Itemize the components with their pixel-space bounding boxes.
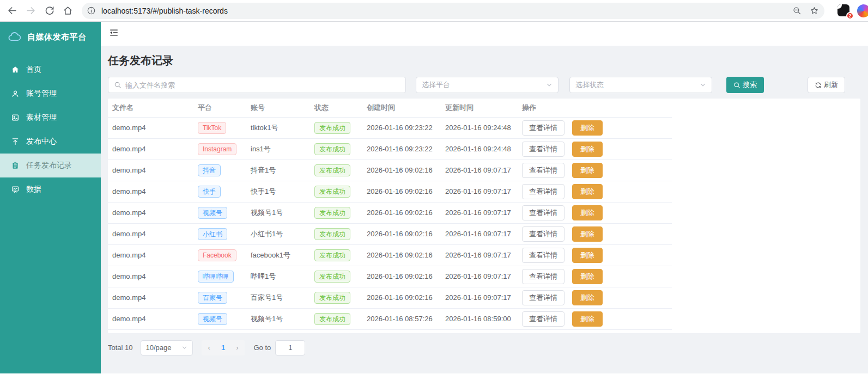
sidebar-item-label: 数据 (26, 185, 41, 194)
sidebar-item-materials[interactable]: 素材管理 (0, 106, 101, 130)
delete-button[interactable]: 删除 (572, 226, 603, 242)
delete-button[interactable]: 删除 (572, 205, 603, 220)
prev-page-button[interactable]: ‹ (203, 344, 216, 352)
status-select[interactable]: 选择状态 (569, 77, 712, 93)
forward-icon[interactable] (22, 2, 39, 20)
next-page-button[interactable]: › (230, 344, 244, 352)
extension-badge: 2 (846, 12, 854, 20)
page-number-1[interactable]: 1 (216, 344, 230, 352)
delete-button[interactable]: 删除 (572, 311, 603, 327)
cell-filename: demo.mp4 (108, 202, 193, 223)
site-info-icon[interactable] (84, 4, 98, 18)
cell-updated: 2026-01-16 08:59:00 (441, 308, 518, 329)
view-detail-button[interactable]: 查看详情 (522, 311, 564, 327)
goto-page-input[interactable] (275, 340, 305, 355)
cell-account: tiktok1号 (246, 117, 310, 138)
table-row: demo.mp4 百家号 百家号1号 发布成功 2026-01-16 09:02… (108, 287, 672, 308)
cell-filename: demo.mp4 (108, 181, 193, 202)
chevron-down-icon (700, 82, 706, 88)
platform-tag: Instagram (198, 143, 236, 155)
cell-account: 视频号1号 (246, 202, 310, 223)
view-detail-button[interactable]: 查看详情 (522, 142, 564, 157)
status-tag: 发布成功 (314, 164, 350, 176)
cell-created: 2026-01-16 09:02:16 (362, 160, 441, 181)
bookmark-star-icon[interactable] (807, 4, 821, 18)
view-detail-button[interactable]: 查看详情 (522, 290, 564, 305)
platform-select[interactable]: 选择平台 (416, 77, 559, 93)
status-tag: 发布成功 (314, 313, 350, 325)
cell-updated: 2026-01-16 09:24:48 (441, 138, 518, 160)
search-button[interactable]: 搜索 (726, 77, 764, 93)
cell-filename: demo.mp4 (108, 117, 193, 138)
table-row: demo.mp4 视频号 视频号1号 发布成功 2026-01-16 08:57… (108, 308, 672, 329)
zoom-out-icon[interactable] (790, 4, 804, 18)
view-detail-button[interactable]: 查看详情 (522, 184, 564, 199)
chevron-down-icon (546, 82, 553, 88)
table-row: demo.mp4 TikTok tiktok1号 发布成功 2026-01-16… (108, 117, 672, 138)
browser-profile-icon[interactable] (857, 4, 868, 17)
delete-button[interactable]: 删除 (572, 248, 603, 263)
sidebar-item-publish-center[interactable]: 发布中心 (0, 130, 101, 154)
refresh-button[interactable]: 刷新 (808, 77, 845, 93)
delete-button[interactable]: 删除 (572, 269, 603, 284)
data-board-icon (11, 185, 20, 194)
sidebar-item-home[interactable]: 首页 (0, 58, 101, 82)
delete-button[interactable]: 删除 (572, 163, 603, 178)
cell-account: 视频号1号 (246, 308, 310, 329)
records-table: 文件名 平台 账号 状态 创建时间 更新时间 操作 demo.mp4 TikTo… (108, 99, 672, 330)
sidebar-item-label: 素材管理 (26, 113, 57, 122)
sidebar-item-label: 首页 (26, 65, 41, 75)
delete-button[interactable]: 删除 (572, 142, 603, 157)
menu-fold-icon[interactable] (109, 28, 119, 40)
filename-search-input[interactable] (125, 81, 400, 89)
cell-filename: demo.mp4 (108, 244, 193, 266)
view-detail-button[interactable]: 查看详情 (522, 205, 564, 220)
cell-created: 2026-01-16 09:02:16 (362, 287, 441, 308)
cell-filename: demo.mp4 (108, 266, 193, 287)
cell-filename: demo.mp4 (108, 138, 193, 160)
view-detail-button[interactable]: 查看详情 (522, 226, 564, 242)
extension-icon[interactable]: 2 (837, 4, 851, 17)
url-text[interactable]: localhost:5173/#/publish-task-records (101, 7, 786, 15)
table-body: demo.mp4 TikTok tiktok1号 发布成功 2026-01-16… (108, 117, 672, 329)
col-created: 创建时间 (362, 99, 441, 117)
page-size-select[interactable]: 10/page (141, 340, 193, 355)
platform-select-placeholder: 选择平台 (422, 80, 450, 90)
status-tag: 发布成功 (314, 249, 350, 261)
col-filename: 文件名 (108, 99, 193, 117)
refresh-button-label: 刷新 (824, 80, 838, 90)
browser-chrome: localhost:5173/#/publish-task-records 2 (0, 0, 868, 22)
view-detail-button[interactable]: 查看详情 (522, 163, 564, 178)
reload-icon[interactable] (40, 2, 58, 20)
delete-button[interactable]: 删除 (572, 120, 603, 136)
chevron-down-icon (181, 345, 187, 351)
url-bar[interactable]: localhost:5173/#/publish-task-records (82, 3, 824, 19)
platform-tag: 视频号 (198, 207, 227, 219)
sidebar-item-accounts[interactable]: 账号管理 (0, 82, 101, 106)
status-tag: 发布成功 (314, 292, 350, 304)
view-detail-button[interactable]: 查看详情 (522, 248, 564, 263)
app-title: 自媒体发布平台 (27, 32, 87, 42)
sidebar-item-task-records[interactable]: 任务发布记录 (0, 154, 101, 177)
sidebar-item-data[interactable]: 数据 (0, 177, 101, 201)
back-icon[interactable] (3, 2, 21, 20)
cell-created: 2026-01-16 09:02:16 (362, 181, 441, 202)
view-detail-button[interactable]: 查看详情 (522, 120, 564, 136)
delete-button[interactable]: 删除 (572, 184, 603, 199)
table-card: 文件名 平台 账号 状态 创建时间 更新时间 操作 demo.mp4 TikTo… (108, 99, 860, 333)
table-row: demo.mp4 视频号 视频号1号 发布成功 2026-01-16 09:02… (108, 202, 672, 223)
table-row: demo.mp4 小红书 小红书1号 发布成功 2026-01-16 09:02… (108, 223, 672, 244)
cell-created: 2026-01-16 08:57:26 (362, 308, 441, 329)
cell-updated: 2026-01-16 09:07:17 (441, 160, 518, 181)
platform-tag: 百家号 (198, 292, 227, 304)
delete-button[interactable]: 删除 (572, 290, 603, 305)
sidebar-item-label: 发布中心 (26, 137, 57, 146)
platform-tag: 视频号 (198, 313, 227, 325)
pagination-total: Total 10 (108, 344, 133, 352)
table-row: demo.mp4 Facebook facebook1号 发布成功 2026-0… (108, 244, 672, 266)
view-detail-button[interactable]: 查看详情 (522, 269, 564, 284)
col-platform: 平台 (193, 99, 246, 117)
home-icon[interactable] (59, 2, 76, 20)
cell-account: 抖音1号 (246, 160, 310, 181)
cell-updated: 2026-01-16 09:07:17 (441, 181, 518, 202)
